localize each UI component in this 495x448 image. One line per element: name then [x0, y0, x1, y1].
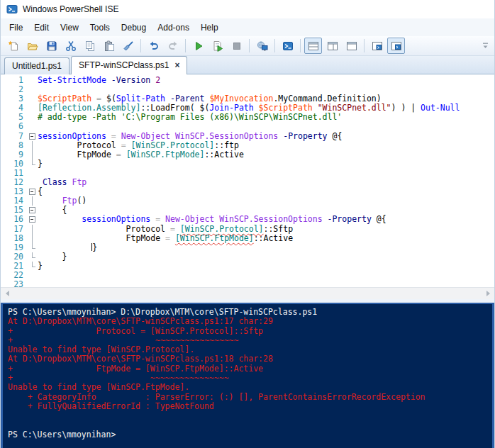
editor-line: 1Set-StrictMode -Version 2: [1, 76, 494, 85]
save-script-button[interactable]: [43, 38, 60, 54]
line-number: 23: [1, 280, 27, 287]
code-fold-collapse-icon[interactable]: [27, 206, 38, 215]
console-error-line: + Protocol = [WinSCP.Protocol]::Sftp: [8, 327, 492, 336]
console-error-line: Unable to find type [WinSCP.Protocol].: [8, 345, 492, 354]
run-script-button[interactable]: [189, 38, 207, 54]
new-remote-powershell-tab-button[interactable]: [253, 38, 271, 54]
cut-button[interactable]: [62, 38, 79, 54]
console-output-line: [8, 421, 492, 430]
code-fold-margin: [27, 196, 38, 206]
undo-button[interactable]: [145, 38, 162, 54]
code-text[interactable]: Class Ftp: [38, 178, 87, 187]
toolbar-separator: [140, 39, 141, 52]
console-pane[interactable]: PS C:\Users\mmoynihan> D:\Dropbox\MTM\co…: [1, 303, 494, 448]
code-fold-collapse-icon[interactable]: [27, 187, 38, 196]
show-script-pane-right-icon: [327, 40, 338, 52]
code-fold-margin: [27, 234, 38, 243]
code-fold-margin: [27, 76, 38, 85]
code-fold-collapse-icon[interactable]: [27, 132, 38, 141]
editor-line: 12 Class Ftp: [1, 178, 494, 187]
scroll-right-icon[interactable]: [483, 289, 493, 298]
powershell-app-icon: [6, 4, 18, 15]
code-fold-margin: [27, 243, 38, 252]
copy-button[interactable]: [81, 38, 99, 54]
open-script-button[interactable]: [23, 38, 41, 54]
new-script-button[interactable]: [4, 38, 22, 54]
copy-icon: [84, 40, 96, 52]
start-powershell-button[interactable]: [279, 38, 296, 54]
new-powershell-tab-button[interactable]: [368, 38, 386, 54]
scroll-left-icon[interactable]: [2, 289, 12, 298]
line-number: 17: [1, 225, 27, 234]
paste-button[interactable]: [100, 38, 118, 54]
console-output-line: PS C:\Users\mmoynihan>: [8, 430, 492, 439]
code-text[interactable]: Set-StrictMode -Version 2: [38, 76, 160, 85]
tab-label: SFTP-winSCPclass.ps1: [79, 60, 169, 70]
clear-console-pane-button[interactable]: [119, 38, 137, 54]
show-script-pane-right-button[interactable]: [323, 38, 341, 54]
run-selection-button[interactable]: [208, 38, 226, 54]
toolbar: [1, 36, 494, 56]
line-number: 16: [1, 215, 27, 224]
tab-close-icon[interactable]: ×: [174, 62, 179, 69]
code-fold-margin: [27, 85, 38, 94]
show-script-pane-maximized-button[interactable]: [343, 38, 360, 54]
tab-untitled1-ps1[interactable]: Untitled1.ps1: [4, 57, 69, 74]
script-editor[interactable]: 1Set-StrictMode -Version 223$ScriptPath …: [1, 74, 494, 287]
editor-line: 22: [1, 271, 494, 280]
redo-button: [164, 38, 182, 54]
new-powershell-tab-icon: [372, 40, 383, 52]
tab-label: Untitled1.ps1: [12, 61, 62, 71]
code-text[interactable]: FtpMode = [WinSCP.FtpMode]::Active: [38, 150, 244, 159]
console-error-line: Unable to find type [WinSCP.FtpMode].: [8, 383, 492, 392]
toggle-script-pane-button[interactable]: [387, 38, 405, 54]
code-fold-margin: [27, 280, 38, 287]
save-script-icon: [46, 40, 57, 52]
line-number: 6: [1, 122, 27, 131]
code-fold-margin: [27, 141, 38, 150]
line-number: 7: [1, 132, 27, 141]
code-text[interactable]: # add-type -Path 'C:\Program Files (x86)…: [38, 113, 342, 122]
code-text[interactable]: }: [38, 262, 43, 271]
menu-view[interactable]: View: [55, 20, 84, 35]
menu-help[interactable]: Help: [195, 20, 224, 35]
menu-addons[interactable]: Add-ons: [152, 20, 195, 35]
show-script-pane-maximized-icon: [346, 40, 357, 52]
toolbar-overflow-button[interactable]: [481, 38, 491, 54]
powershell-ise-window: Windows PowerShell ISE FileEditViewTools…: [0, 0, 495, 448]
toolbar-separator: [249, 39, 250, 52]
line-number: 18: [1, 234, 27, 243]
console-error-line: At D:\Dropbox\MTM\core\SFTP-winSCPclass.…: [8, 354, 492, 364]
editor-line: 23: [1, 280, 494, 287]
code-fold-margin: [27, 262, 38, 271]
clear-console-pane-icon: [123, 40, 134, 52]
show-script-pane-top-button[interactable]: [304, 38, 322, 54]
line-number: 20: [1, 252, 27, 262]
tab-sftp-winscpclass-ps1[interactable]: SFTP-winSCPclass.ps1×: [71, 56, 187, 74]
toolbar-overflow-icon: [482, 40, 490, 52]
menu-file[interactable]: File: [4, 20, 28, 35]
code-fold-margin: [27, 113, 38, 122]
code-fold-margin: [27, 150, 38, 159]
console-output-line: PS C:\Users\mmoynihan> D:\Dropbox\MTM\co…: [8, 308, 492, 317]
start-powershell-icon: [282, 40, 294, 52]
code-fold-collapse-icon[interactable]: [27, 215, 38, 224]
editor-horizontal-scrollbar[interactable]: [1, 287, 494, 299]
toolbar-separator: [185, 39, 186, 52]
toolbar-separator: [274, 39, 275, 52]
open-script-icon: [27, 40, 38, 52]
console-error-line: + ~~~~~~~~~~~~~~~~: [8, 374, 492, 383]
code-fold-margin: [27, 225, 38, 234]
menu-debug[interactable]: Debug: [116, 20, 152, 35]
console-error-line: + FullyQualifiedErrorId : TypeNotFound: [8, 402, 492, 411]
menu-tools[interactable]: Tools: [84, 20, 116, 35]
code-fold-margin: [27, 103, 38, 113]
code-fold-margin: [27, 159, 38, 169]
menu-edit[interactable]: Edit: [28, 20, 55, 35]
toggle-script-pane-icon: [391, 40, 402, 52]
code-fold-margin: [27, 94, 38, 103]
line-number: 9: [1, 150, 27, 159]
new-remote-powershell-tab-icon: [257, 40, 268, 52]
stop-operation-icon: [231, 40, 243, 52]
code-text[interactable]: }: [38, 159, 43, 169]
